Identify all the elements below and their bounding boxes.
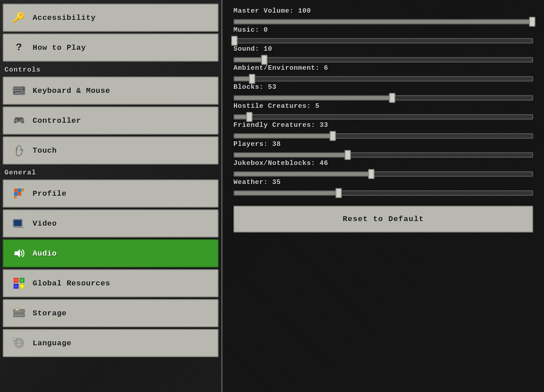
slider-row-players: Players: 38 — [233, 140, 533, 160]
slider-label-9: Weather: 35 — [233, 179, 533, 186]
slider-track-5 — [233, 114, 533, 120]
slider-thumb-0[interactable] — [529, 17, 535, 27]
slider-fill-8 — [234, 172, 371, 176]
sidebar-item-accessibility-label: Accessibility — [33, 14, 96, 22]
slider-track-0 — [233, 19, 533, 24]
keyboard-icon — [12, 86, 26, 95]
touch-icon — [12, 144, 26, 157]
sidebar-item-profile-label: Profile — [33, 189, 67, 198]
svg-rect-9 — [15, 92, 21, 94]
slider-fill-4 — [234, 96, 392, 100]
slider-track-container-8[interactable] — [233, 169, 533, 179]
slider-label-0: Master Volume: 100 — [233, 7, 533, 15]
svg-point-17 — [21, 121, 22, 122]
svg-rect-38 — [21, 285, 23, 287]
sidebar-item-accessibility[interactable]: 🔑 Accessibility — [3, 4, 219, 32]
svg-rect-26 — [14, 220, 21, 226]
sidebar-item-how-to-play-label: How to Play — [33, 44, 86, 52]
slider-track-container-6[interactable] — [233, 131, 533, 140]
svg-point-14 — [21, 119, 22, 121]
sidebar-item-controller-label: Controller — [33, 116, 81, 125]
svg-point-15 — [22, 120, 24, 121]
general-section-label: General — [3, 166, 219, 178]
slider-row-blocks: Blocks: 53 — [233, 83, 533, 102]
sidebar-item-global-resources[interactable]: Global Resources — [3, 269, 219, 297]
slider-thumb-2[interactable] — [261, 55, 267, 65]
sidebar-item-video-label: Video — [33, 219, 57, 228]
slider-thumb-4[interactable] — [389, 93, 395, 103]
controls-section-label: Controls — [3, 63, 219, 75]
svg-rect-3 — [19, 87, 20, 89]
slider-label-7: Players: 38 — [233, 140, 533, 148]
svg-rect-20 — [18, 189, 21, 192]
language-icon — [12, 338, 26, 348]
sidebar-item-keyboard-mouse[interactable]: Keyboard & Mouse — [3, 77, 219, 105]
svg-point-16 — [19, 120, 21, 121]
slider-fill-0 — [234, 20, 532, 24]
slider-thumb-9[interactable] — [335, 188, 342, 198]
slider-track-9 — [233, 190, 533, 196]
slider-label-4: Blocks: 53 — [233, 83, 533, 91]
slider-thumb-7[interactable] — [345, 150, 351, 160]
svg-rect-37 — [15, 285, 17, 287]
key-icon: 🔑 — [12, 12, 26, 24]
slider-label-8: Jukebox/Noteblocks: 46 — [233, 160, 533, 167]
slider-thumb-8[interactable] — [368, 169, 374, 179]
slider-track-7 — [233, 152, 533, 158]
slider-row-friendly-creatures: Friendly Creatures: 33 — [233, 121, 533, 140]
sidebar-item-video[interactable]: Video — [3, 209, 219, 237]
reset-to-default-button[interactable]: Reset to Default — [233, 206, 533, 232]
sidebar-item-audio[interactable]: Audio — [3, 239, 219, 267]
slider-thumb-1[interactable] — [231, 36, 238, 46]
svg-rect-29 — [14, 227, 24, 228]
slider-row-ambient-environment: Ambient/Environment: 6 — [233, 64, 533, 83]
slider-track-container-5[interactable] — [233, 112, 533, 121]
svg-rect-1 — [14, 87, 16, 89]
svg-rect-4 — [21, 87, 23, 89]
controller-icon — [12, 116, 26, 126]
svg-rect-6 — [16, 90, 18, 91]
slider-row-sound: Sound: 10 — [233, 45, 533, 64]
svg-rect-43 — [15, 308, 19, 310]
svg-rect-21 — [14, 192, 18, 196]
slider-label-1: Music: 0 — [233, 26, 533, 34]
slider-track-container-1[interactable] — [233, 36, 533, 45]
slider-row-master-volume: Master Volume: 100 — [233, 7, 533, 26]
sidebar-item-storage-label: Storage — [33, 309, 67, 318]
slider-fill-6 — [234, 134, 333, 138]
slider-track-container-4[interactable] — [233, 93, 533, 102]
slider-thumb-5[interactable] — [246, 112, 253, 122]
sidebar-item-controller[interactable]: Controller — [3, 106, 219, 135]
slider-fill-2 — [234, 58, 264, 62]
slider-thumb-6[interactable] — [330, 131, 336, 141]
audio-icon — [12, 248, 26, 259]
svg-rect-13 — [15, 120, 18, 121]
sidebar-item-language[interactable]: Language — [3, 329, 219, 357]
slider-track-container-9[interactable] — [233, 189, 533, 198]
sidebar-item-touch[interactable]: Touch — [3, 136, 219, 165]
slider-track-container-3[interactable] — [233, 74, 533, 83]
svg-rect-8 — [21, 90, 23, 91]
slider-row-hostile-creatures: Hostile Creatures: 5 — [233, 102, 533, 121]
app-container: 🔑 Accessibility ? How to Play Controls — [0, 0, 544, 392]
slider-track-container-7[interactable] — [233, 150, 533, 160]
sidebar-item-storage[interactable]: Storage — [3, 299, 219, 327]
sidebar-item-language-label: Language — [33, 339, 72, 348]
slider-track-container-2[interactable] — [233, 55, 533, 64]
sidebar-item-how-to-play[interactable]: ? How to Play — [3, 34, 219, 62]
slider-track-3 — [233, 76, 533, 82]
slider-thumb-3[interactable] — [249, 74, 255, 84]
sidebar-item-global-resources-label: Global Resources — [33, 279, 110, 288]
svg-rect-23 — [21, 189, 24, 191]
slider-track-6 — [233, 133, 533, 139]
svg-rect-5 — [14, 90, 16, 91]
slider-track-container-0[interactable] — [233, 17, 533, 26]
svg-rect-24 — [14, 196, 17, 198]
sidebar-item-profile[interactable]: Profile — [3, 179, 219, 208]
slider-label-3: Ambient/Environment: 6 — [233, 64, 533, 72]
slider-fill-9 — [234, 191, 339, 195]
sidebar: 🔑 Accessibility ? How to Play Controls — [0, 0, 221, 392]
slider-fill-7 — [234, 153, 348, 157]
sidebar-item-audio-label: Audio — [33, 249, 57, 258]
sliders-container: Master Volume: 100Music: 0Sound: 10Ambie… — [233, 7, 533, 198]
